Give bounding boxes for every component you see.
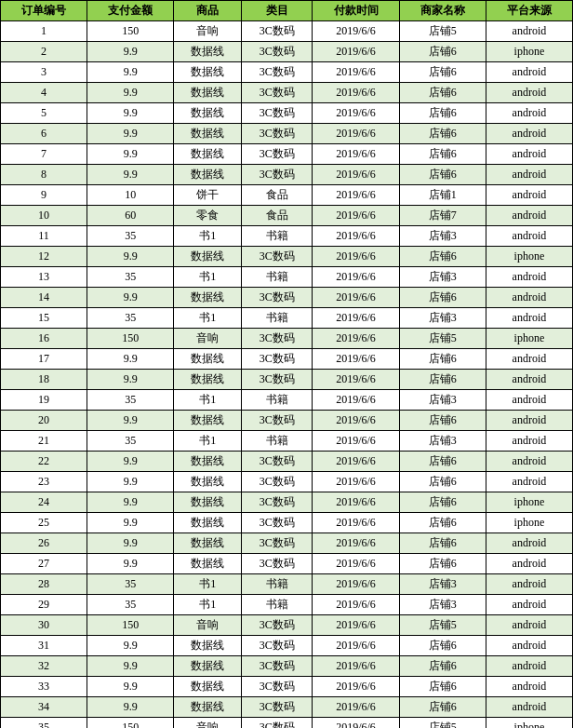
table-cell: 数据线 — [174, 42, 242, 62]
table-cell: 23 — [1, 472, 87, 492]
table-cell: 35 — [1, 718, 87, 729]
table-cell: 店铺3 — [399, 308, 486, 329]
table-cell: 数据线 — [174, 472, 242, 492]
table-cell: 2019/6/6 — [313, 185, 399, 206]
table-cell: 9.9 — [87, 656, 174, 677]
table-cell: 2019/6/6 — [313, 329, 399, 349]
table-cell: android — [486, 411, 572, 431]
table-cell: android — [486, 656, 572, 677]
table-cell: 3C数码 — [242, 247, 313, 267]
table-cell: 21 — [1, 431, 87, 452]
table-cell: 35 — [87, 390, 174, 411]
table-cell: android — [486, 677, 572, 697]
table-cell: 2019/6/6 — [313, 21, 399, 42]
table-row: 189.9数据线3C数码2019/6/6店铺6android — [1, 370, 573, 390]
table-cell: 数据线 — [174, 288, 242, 308]
table-row: 89.9数据线3C数码2019/6/6店铺6android — [1, 165, 573, 185]
table-cell: android — [486, 472, 572, 492]
table-row: 16150音响3C数码2019/6/6店铺5iphone — [1, 329, 573, 349]
table-cell: 数据线 — [174, 349, 242, 370]
table-cell: android — [486, 83, 572, 103]
table-cell: 数据线 — [174, 554, 242, 574]
table-cell: 店铺6 — [399, 42, 486, 62]
table-cell: 2019/6/6 — [313, 615, 399, 636]
table-cell: 2019/6/6 — [313, 267, 399, 288]
table-cell: 2019/6/6 — [313, 574, 399, 595]
table-cell: 9.9 — [87, 472, 174, 492]
table-row: 1135书1书籍2019/6/6店铺3android — [1, 226, 573, 247]
table-cell: 28 — [1, 574, 87, 595]
table-cell: 7 — [1, 144, 87, 165]
table-cell: 2019/6/6 — [313, 697, 399, 718]
table-cell: 34 — [1, 697, 87, 718]
table-cell: 数据线 — [174, 492, 242, 513]
table-cell: 35 — [87, 267, 174, 288]
table-cell: 5 — [1, 103, 87, 124]
table-cell: 3C数码 — [242, 411, 313, 431]
table-cell: 店铺6 — [399, 677, 486, 697]
table-cell: 店铺6 — [399, 288, 486, 308]
table-row: 329.9数据线3C数码2019/6/6店铺6android — [1, 656, 573, 677]
table-cell: 店铺3 — [399, 226, 486, 247]
table-cell: 数据线 — [174, 452, 242, 472]
table-cell: android — [486, 349, 572, 370]
table-cell: 3 — [1, 62, 87, 83]
table-cell: 9.9 — [87, 349, 174, 370]
table-cell: 2019/6/6 — [313, 431, 399, 452]
table-cell: 8 — [1, 165, 87, 185]
table-cell: 2019/6/6 — [313, 144, 399, 165]
table-cell: 2019/6/6 — [313, 206, 399, 226]
table-cell: 35 — [87, 595, 174, 615]
table-cell: iphone — [486, 718, 572, 729]
table-cell: 150 — [87, 615, 174, 636]
table-row: 129.9数据线3C数码2019/6/6店铺6iphone — [1, 247, 573, 267]
table-cell: 数据线 — [174, 513, 242, 533]
table-cell: 店铺6 — [399, 349, 486, 370]
table-row: 1150音响3C数码2019/6/6店铺5android — [1, 21, 573, 42]
table-cell: iphone — [486, 42, 572, 62]
table-cell: 食品 — [242, 206, 313, 226]
table-cell: 店铺6 — [399, 62, 486, 83]
table-cell: 食品 — [242, 185, 313, 206]
table-cell: 35 — [87, 308, 174, 329]
table-row: 149.9数据线3C数码2019/6/6店铺6android — [1, 288, 573, 308]
table-cell: 17 — [1, 349, 87, 370]
table-cell: 书籍 — [242, 308, 313, 329]
table-cell: 店铺6 — [399, 533, 486, 554]
table-cell: 3C数码 — [242, 124, 313, 144]
table-cell: 书1 — [174, 390, 242, 411]
table-cell: android — [486, 574, 572, 595]
table-cell: android — [486, 206, 572, 226]
table-cell: 书1 — [174, 308, 242, 329]
table-cell: 店铺1 — [399, 185, 486, 206]
table-cell: 29 — [1, 595, 87, 615]
table-row: 59.9数据线3C数码2019/6/6店铺6android — [1, 103, 573, 124]
table-cell: 店铺5 — [399, 21, 486, 42]
table-cell: 3C数码 — [242, 452, 313, 472]
table-cell: 9.9 — [87, 288, 174, 308]
column-header: 类目 — [242, 1, 313, 21]
table-cell: 书1 — [174, 431, 242, 452]
table-cell: 书籍 — [242, 226, 313, 247]
table-cell: 9.9 — [87, 103, 174, 124]
table-row: 209.9数据线3C数码2019/6/6店铺6android — [1, 411, 573, 431]
table-cell: 24 — [1, 492, 87, 513]
table-cell: 店铺6 — [399, 452, 486, 472]
table-cell: 30 — [1, 615, 87, 636]
table-row: 249.9数据线3C数码2019/6/6店铺6iphone — [1, 492, 573, 513]
table-cell: 27 — [1, 554, 87, 574]
table-cell: 9 — [1, 185, 87, 206]
table-cell: 2019/6/6 — [313, 533, 399, 554]
table-cell: 9.9 — [87, 62, 174, 83]
table-cell: 数据线 — [174, 677, 242, 697]
table-cell: 2019/6/6 — [313, 677, 399, 697]
table-cell: 9.9 — [87, 124, 174, 144]
table-row: 2135书1书籍2019/6/6店铺3android — [1, 431, 573, 452]
table-cell: android — [486, 595, 572, 615]
table-row: 30150音响3C数码2019/6/6店铺5android — [1, 615, 573, 636]
table-cell: 数据线 — [174, 144, 242, 165]
table-cell: 2019/6/6 — [313, 103, 399, 124]
table-cell: 书1 — [174, 595, 242, 615]
table-cell: 数据线 — [174, 124, 242, 144]
table-cell: 店铺6 — [399, 247, 486, 267]
